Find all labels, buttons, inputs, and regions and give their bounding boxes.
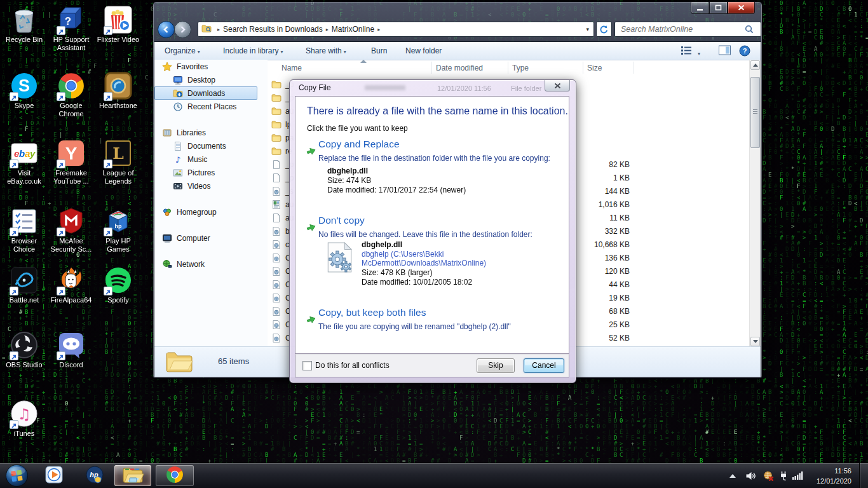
green-arrow-icon: [306, 221, 316, 231]
forward-button[interactable]: [174, 21, 191, 38]
taskbar-hp-button[interactable]: hp: [80, 465, 109, 486]
new-folder-button[interactable]: New folder: [405, 46, 442, 55]
desktop-icon-recycle-bin[interactable]: Recycle Bin: [1, 5, 47, 44]
tray-clock[interactable]: 11:56 12/01/2020: [794, 466, 851, 486]
help-button[interactable]: ?: [739, 45, 750, 58]
google-chrome-icon: [165, 465, 184, 487]
sidebar-item-favorites[interactable]: Favorites: [154, 60, 268, 73]
desktop-icon-ebay[interactable]: ebay Visit eBay.co.uk: [1, 139, 47, 186]
desktop-icon-itunes[interactable]: ♫ iTunes: [1, 399, 47, 438]
file-path-line: dbghelp (C:\Users\Bekki: [362, 250, 444, 259]
back-button[interactable]: [158, 21, 175, 38]
desktop-icon-obs[interactable]: OBS Studio: [1, 330, 47, 369]
desktop-icon-label: OBS Studio: [1, 361, 47, 369]
taskbar-explorer-button[interactable]: [114, 465, 151, 486]
change-view-button[interactable]: [681, 45, 692, 57]
desktop-icon-spotify[interactable]: Spotify: [95, 266, 141, 304]
sidebar-item-homegroup[interactable]: Homegroup: [154, 205, 268, 219]
desktop-icon-lol[interactable]: L League of Legends: [95, 139, 141, 186]
skip-button[interactable]: Skip: [477, 358, 515, 373]
refresh-button[interactable]: [596, 22, 612, 37]
hidden-icons-chevron[interactable]: [729, 474, 736, 478]
dialog-close-button[interactable]: [545, 80, 570, 92]
power-icon[interactable]: [779, 471, 788, 484]
address-bar[interactable]: ▸ Search Results in Downloads ▸ MatrixOn…: [198, 22, 594, 37]
view-dropdown-icon[interactable]: ▾: [696, 48, 700, 57]
minimize-button[interactable]: [691, 2, 709, 14]
sidebar-item-libraries[interactable]: Libraries: [154, 126, 268, 139]
desktop-icon-hp-support[interactable]: ? HP Support Assistant: [48, 5, 94, 52]
close-button[interactable]: [728, 2, 755, 14]
desktop-icon-browser-choice[interactable]: Browser Choice: [1, 207, 47, 254]
option-dont-copy[interactable]: Don't copy: [318, 215, 365, 226]
column-header-date-modified[interactable]: Date modified: [436, 64, 483, 72]
taskbar-chrome-button[interactable]: [156, 465, 194, 486]
organize-menu[interactable]: Organize▾: [165, 46, 200, 55]
sidebar-item-desktop[interactable]: Desktop: [154, 73, 268, 86]
option-copy-and-replace[interactable]: Copy and Replace: [318, 139, 400, 150]
option-copy-keep-both[interactable]: Copy, but keep both files: [318, 307, 426, 318]
clock-date: 12/01/2020: [794, 476, 851, 486]
navigation-pane: Favorites Desktop Downloads Recent Place…: [154, 60, 268, 347]
scrollbar-thumb[interactable]: [750, 77, 760, 148]
recycle-bin-icon: [10, 5, 39, 34]
sidebar-item-computer[interactable]: Computer: [154, 231, 268, 245]
start-button[interactable]: [5, 464, 29, 487]
caption-buttons: [691, 2, 755, 14]
column-header-size[interactable]: Size: [587, 64, 602, 72]
file-icon: [271, 146, 281, 156]
breadcrumb-item[interactable]: Search Results in Downloads: [223, 25, 323, 34]
taskbar-wmp-button[interactable]: [39, 465, 69, 486]
sidebar-item-videos[interactable]: Videos: [154, 179, 268, 193]
address-dropdown-icon[interactable]: ▾: [586, 26, 593, 32]
sidebar-item-pictures[interactable]: Pictures: [154, 166, 268, 179]
sidebar-item-network[interactable]: Network: [154, 257, 268, 271]
do-for-all-conflicts-checkbox[interactable]: [302, 361, 312, 370]
sidebar-item-music[interactable]: ♪Music: [154, 152, 268, 166]
desktop-icon-firealpaca[interactable]: FireAlpaca64: [48, 266, 94, 304]
shortcut-arrow-icon: [10, 227, 18, 236]
folder-icon: [165, 348, 194, 377]
no-internet-icon[interactable]: [763, 471, 774, 484]
maximize-button[interactable]: [709, 2, 728, 14]
show-desktop-button[interactable]: [859, 463, 868, 488]
column-headers: Name Date modified Type Size: [268, 60, 750, 76]
network-icon: [162, 259, 173, 269]
vertical-scrollbar[interactable]: [749, 60, 761, 347]
burn-button[interactable]: Burn: [371, 46, 387, 55]
desktop-icon-mcafee[interactable]: McAfee Security Sc...: [48, 207, 94, 254]
cancel-button[interactable]: Cancel: [524, 358, 564, 373]
desktop-icon-chrome[interactable]: Google Chrome: [48, 71, 94, 118]
share-with-menu[interactable]: Share with▾: [306, 46, 346, 55]
sidebar-item-documents[interactable]: Documents: [154, 139, 268, 152]
desktop-icon-hearthstone[interactable]: Hearthstone: [95, 71, 141, 110]
desktop-icon-freemake[interactable]: Y Freemake YouTube ...: [48, 139, 94, 186]
file-icon: [271, 226, 281, 236]
file-icon: [271, 280, 281, 290]
computer-icon: [162, 233, 173, 243]
file-size: 10,668 KB: [573, 240, 630, 249]
include-in-library-menu[interactable]: Include in library▾: [223, 46, 283, 55]
desktop-icon-battlenet[interactable]: Battle.net: [1, 266, 47, 304]
desktop-icon-flixster[interactable]: Flixster Video: [95, 5, 141, 44]
scroll-up-arrow[interactable]: [750, 60, 760, 70]
star-icon: [162, 62, 173, 72]
sidebar-item-recent-places[interactable]: Recent Places: [154, 100, 268, 113]
volume-icon[interactable]: [745, 471, 756, 484]
sidebar-item-downloads[interactable]: Downloads: [154, 86, 257, 100]
desktop-icon-play-hp-games[interactable]: hp Play HP Games: [95, 207, 141, 254]
scroll-down-arrow[interactable]: [750, 337, 760, 346]
search-icon: [745, 25, 754, 34]
search-input[interactable]: Search MatrixOnline: [614, 22, 761, 37]
preview-pane-button[interactable]: [719, 45, 731, 57]
desktop-icon-skype[interactable]: S Skype: [1, 71, 47, 110]
file-icon: [271, 293, 281, 303]
green-arrow-icon: [306, 145, 316, 154]
breadcrumb-item[interactable]: MatrixOnline: [332, 25, 374, 34]
desktop-icon-discord[interactable]: Discord: [48, 330, 94, 369]
dialog-subheading: Click the file you want to keep: [307, 124, 408, 133]
column-header-type[interactable]: Type: [512, 64, 529, 72]
shortcut-arrow-icon: [57, 227, 65, 236]
column-header-name[interactable]: Name: [281, 64, 302, 72]
desktop-icon-label: Freemake YouTube ...: [48, 169, 94, 186]
